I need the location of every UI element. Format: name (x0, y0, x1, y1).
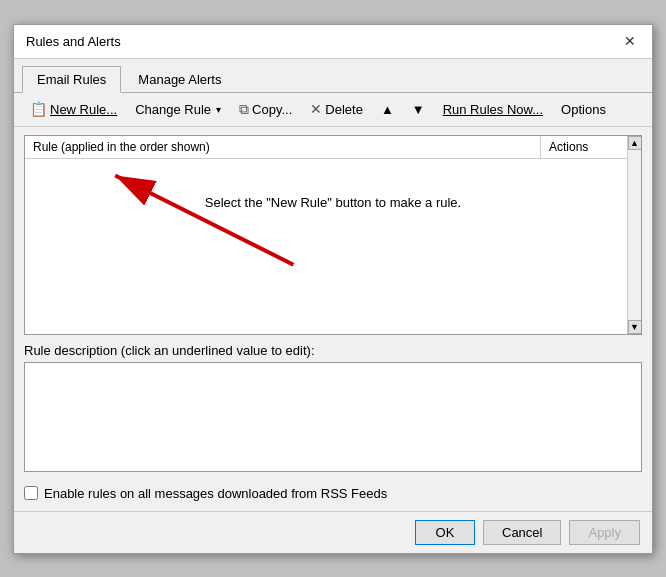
options-button[interactable]: Options (553, 98, 614, 121)
toolbar: 📋 New Rule... Change Rule ⧉ Copy... ✕ De… (14, 93, 652, 127)
rules-table: Rule (applied in the order shown) Action… (24, 135, 642, 335)
rule-description-section: Rule description (click an underlined va… (24, 343, 642, 472)
close-button[interactable]: ✕ (620, 31, 640, 51)
scroll-down-arrow[interactable]: ▼ (628, 320, 642, 334)
rules-empty-message: Select the "New Rule" button to make a r… (25, 179, 641, 226)
rules-and-alerts-dialog: Rules and Alerts ✕ Email Rules Manage Al… (13, 24, 653, 554)
delete-button[interactable]: ✕ Delete (302, 97, 371, 121)
move-down-button[interactable]: ▼ (404, 98, 433, 121)
change-rule-button[interactable]: Change Rule (127, 98, 229, 121)
col-actions-header: Actions (541, 136, 641, 158)
tab-bar: Email Rules Manage Alerts (14, 59, 652, 93)
rules-table-header: Rule (applied in the order shown) Action… (25, 136, 641, 159)
dialog-title: Rules and Alerts (26, 34, 121, 49)
apply-button[interactable]: Apply (569, 520, 640, 545)
rss-checkbox[interactable] (24, 486, 38, 500)
ok-button[interactable]: OK (415, 520, 475, 545)
copy-button[interactable]: ⧉ Copy... (231, 97, 300, 122)
copy-icon: ⧉ (239, 101, 249, 118)
new-rule-icon: 📋 (30, 101, 47, 117)
run-rules-button[interactable]: Run Rules Now... (435, 98, 551, 121)
scrollbar: ▲ ▼ (627, 136, 641, 334)
rss-checkbox-label: Enable rules on all messages downloaded … (44, 486, 387, 501)
content-area: Rule (applied in the order shown) Action… (14, 127, 652, 511)
rule-description-box (24, 362, 642, 472)
tab-manage-alerts[interactable]: Manage Alerts (123, 66, 236, 93)
new-rule-button[interactable]: 📋 New Rule... (22, 97, 125, 121)
cancel-button[interactable]: Cancel (483, 520, 561, 545)
scroll-up-arrow[interactable]: ▲ (628, 136, 642, 150)
col-rule-header: Rule (applied in the order shown) (25, 136, 541, 158)
tab-email-rules[interactable]: Email Rules (22, 66, 121, 93)
move-up-button[interactable]: ▲ (373, 98, 402, 121)
delete-icon: ✕ (310, 101, 322, 117)
rss-checkbox-row: Enable rules on all messages downloaded … (24, 486, 642, 501)
footer-bar: OK Cancel Apply (14, 511, 652, 553)
title-bar: Rules and Alerts ✕ (14, 25, 652, 59)
rule-description-label: Rule description (click an underlined va… (24, 343, 642, 358)
